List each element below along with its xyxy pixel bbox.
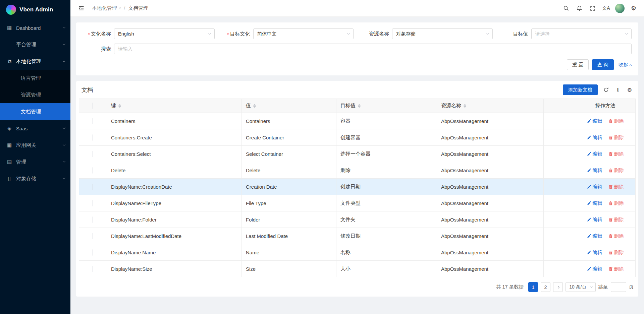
edit-button[interactable]: 编辑 bbox=[587, 266, 602, 272]
sidebar-item-localization[interactable]: ⧉本地化管理 bbox=[0, 53, 70, 70]
sidebar-item-gateway[interactable]: ▣应用网关 bbox=[0, 137, 70, 153]
sidebar-item-dashboard[interactable]: ▦Dashboard bbox=[0, 19, 70, 36]
chevron-down-icon bbox=[486, 32, 489, 35]
sidebar-item-object-storage[interactable]: ▯对象存储 bbox=[0, 170, 70, 187]
reset-button[interactable]: 重 置 bbox=[567, 59, 589, 70]
column-settings-icon[interactable]: ⚙ bbox=[626, 86, 633, 93]
sidebar-item-management[interactable]: ▤管理 bbox=[0, 153, 70, 170]
row-checkbox[interactable] bbox=[93, 233, 93, 239]
add-document-button[interactable]: 添加新文档 bbox=[563, 84, 598, 95]
search-input[interactable] bbox=[114, 44, 632, 54]
row-checkbox[interactable] bbox=[93, 118, 93, 124]
breadcrumb-parent[interactable]: 本地化管理 bbox=[92, 5, 121, 11]
page-size-select[interactable]: 10 条/页 bbox=[566, 282, 595, 292]
collapse-link[interactable]: 收起 bbox=[619, 62, 632, 68]
next-page-button[interactable] bbox=[553, 282, 563, 292]
chevron-up-icon bbox=[630, 64, 632, 66]
edit-button[interactable]: 编辑 bbox=[587, 184, 602, 190]
table-header: 文档 添加新文档 I ⚙ bbox=[79, 81, 636, 99]
menu-fold-icon[interactable] bbox=[76, 2, 87, 15]
gateway-icon: ▣ bbox=[6, 142, 13, 148]
chevron-down-icon bbox=[347, 32, 350, 35]
delete-button[interactable]: 删除 bbox=[608, 184, 624, 190]
sidebar-item-saas[interactable]: ◈Saas bbox=[0, 120, 70, 137]
cell-target-value: 创建容器 bbox=[336, 129, 437, 146]
field-target-culture: *目标文化 简体中文 bbox=[222, 28, 354, 39]
edit-button[interactable]: 编辑 bbox=[587, 216, 602, 223]
row-checkbox-cell bbox=[79, 244, 107, 261]
column-label: 资源名称 bbox=[441, 103, 461, 109]
translate-icon[interactable]: 文A bbox=[600, 1, 612, 15]
column-label: 值 bbox=[246, 103, 251, 109]
cell-spacer bbox=[544, 113, 575, 129]
row-checkbox[interactable] bbox=[93, 134, 93, 141]
chevron-up-icon bbox=[63, 61, 65, 63]
delete-button[interactable]: 删除 bbox=[608, 167, 624, 174]
query-button[interactable]: 查 询 bbox=[592, 59, 614, 70]
row-checkbox[interactable] bbox=[93, 266, 93, 272]
edit-button[interactable]: 编辑 bbox=[587, 151, 602, 157]
app-logo[interactable]: Vben Admin bbox=[0, 0, 70, 19]
cell-value: Name bbox=[242, 244, 336, 261]
delete-button[interactable]: 删除 bbox=[608, 216, 624, 223]
fullscreen-icon[interactable] bbox=[587, 1, 598, 15]
sort-icon[interactable] bbox=[358, 104, 361, 108]
page-content: *文化名称 English *目标文化 简体中文 资源名称 bbox=[70, 17, 644, 314]
delete-button[interactable]: 删除 bbox=[608, 249, 624, 256]
row-checkbox[interactable] bbox=[93, 167, 93, 174]
sidebar-subitem-language[interactable]: 语言管理 bbox=[0, 70, 70, 86]
refresh-icon[interactable] bbox=[603, 86, 609, 93]
delete-button[interactable]: 删除 bbox=[608, 134, 624, 141]
edit-button[interactable]: 编辑 bbox=[587, 249, 602, 256]
page-button-2[interactable]: 2 bbox=[541, 282, 550, 292]
column-header-0[interactable]: 键 bbox=[107, 99, 242, 113]
column-header-2[interactable]: 目标值 bbox=[336, 99, 437, 113]
cell-spacer bbox=[544, 146, 575, 162]
field-target-value: 目标值 请选择 bbox=[500, 28, 632, 39]
column-header-1[interactable]: 值 bbox=[242, 99, 336, 113]
delete-button[interactable]: 删除 bbox=[608, 233, 624, 239]
sort-icon[interactable] bbox=[118, 104, 121, 108]
delete-button[interactable]: 删除 bbox=[608, 200, 624, 206]
sidebar-menu: ▦Dashboard平台管理⧉本地化管理语言管理资源管理文档管理◈Saas▣应用… bbox=[0, 19, 70, 187]
row-checkbox[interactable] bbox=[93, 184, 93, 190]
row-checkbox[interactable] bbox=[93, 151, 93, 157]
sidebar-subitem-document[interactable]: 文档管理 bbox=[0, 103, 70, 120]
sort-icon[interactable] bbox=[464, 104, 466, 108]
row-checkbox[interactable] bbox=[93, 216, 93, 223]
edit-button[interactable]: 编辑 bbox=[587, 200, 602, 206]
edit-button[interactable]: 编辑 bbox=[587, 118, 602, 124]
sidebar-subitem-resource[interactable]: 资源管理 bbox=[0, 86, 70, 103]
target-culture-select[interactable]: 简体中文 bbox=[253, 28, 354, 39]
delete-button[interactable]: 删除 bbox=[608, 118, 624, 124]
edit-button[interactable]: 编辑 bbox=[587, 134, 602, 141]
jump-page-input[interactable] bbox=[611, 282, 626, 292]
avatar[interactable] bbox=[615, 4, 625, 13]
resource-name-select[interactable]: 对象存储 bbox=[392, 28, 493, 39]
edit-button[interactable]: 编辑 bbox=[587, 167, 602, 174]
topbar: 本地化管理 / 文档管理 bbox=[70, 0, 644, 17]
delete-button[interactable]: 删除 bbox=[608, 151, 624, 157]
field-culture-name: *文化名称 English bbox=[83, 28, 215, 39]
delete-button[interactable]: 删除 bbox=[608, 266, 624, 272]
page-button-1[interactable]: 1 bbox=[528, 282, 538, 292]
settings-gear-icon[interactable]: ⚙ bbox=[628, 1, 639, 15]
collapse-label: 收起 bbox=[619, 62, 628, 68]
edit-button[interactable]: 编辑 bbox=[587, 233, 602, 239]
culture-name-select[interactable]: English bbox=[114, 28, 215, 39]
required-asterisk: * bbox=[227, 32, 229, 37]
column-header-3[interactable]: 资源名称 bbox=[437, 99, 544, 113]
chevron-down-icon bbox=[63, 177, 65, 179]
target-value-select[interactable]: 请选择 bbox=[531, 28, 632, 39]
select-all-checkbox[interactable] bbox=[93, 103, 93, 109]
row-height-icon[interactable]: I bbox=[614, 86, 621, 93]
row-checkbox[interactable] bbox=[93, 249, 93, 256]
sidebar-item-platform[interactable]: 平台管理 bbox=[0, 36, 70, 53]
table-row: DisplayName:LastModifiedDateLast Modifie… bbox=[79, 228, 636, 244]
cell-value: Size bbox=[242, 261, 336, 277]
search-icon[interactable] bbox=[560, 1, 572, 15]
row-checkbox[interactable] bbox=[93, 200, 93, 206]
bell-icon[interactable] bbox=[574, 1, 585, 15]
sort-icon[interactable] bbox=[253, 104, 256, 108]
submenu-localization: 语言管理资源管理文档管理 bbox=[0, 70, 70, 120]
